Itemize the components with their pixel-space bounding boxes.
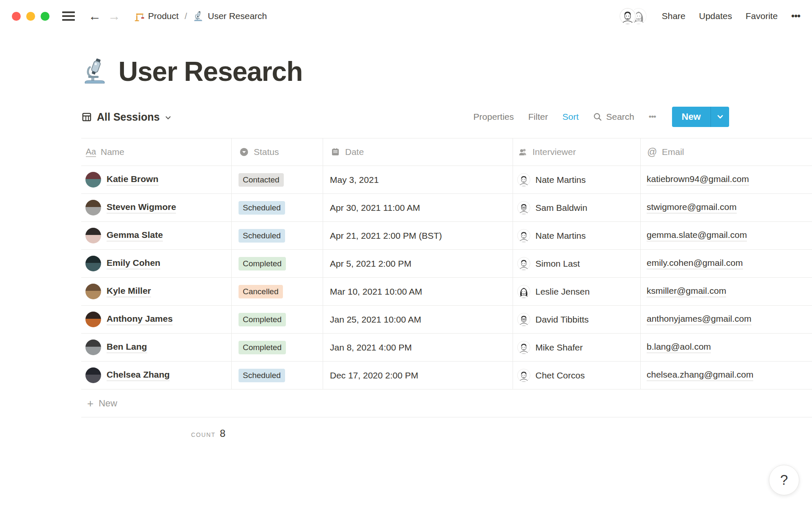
back-arrow-icon[interactable]: ← <box>88 10 101 22</box>
interviewer-cell[interactable]: Chet Corcos <box>513 362 640 389</box>
person-name-link[interactable]: Steven Wigmore <box>107 202 176 213</box>
new-split-button[interactable]: New <box>672 107 729 127</box>
status-cell[interactable]: Cancelled <box>231 278 323 305</box>
date-cell[interactable]: Jan 25, 2021 10:00 AM <box>323 306 513 333</box>
traffic-light-minimize[interactable] <box>26 12 35 21</box>
share-button[interactable]: Share <box>662 11 686 21</box>
person-name-link[interactable]: Kyle Miller <box>107 286 151 297</box>
page-microscope-icon[interactable] <box>81 58 109 86</box>
status-cell[interactable]: Scheduled <box>231 222 323 249</box>
name-cell[interactable]: Kyle Miller <box>81 278 231 305</box>
date-cell[interactable]: Dec 17, 2020 2:00 PM <box>323 362 513 389</box>
email-link[interactable]: gemma.slate@gmail.com <box>647 230 747 241</box>
person-name-link[interactable]: Katie Brown <box>107 174 159 185</box>
interviewer-cell[interactable]: David Tibbitts <box>513 306 640 333</box>
date-cell[interactable]: Mar 10, 2021 10:00 AM <box>323 278 513 305</box>
status-badge[interactable]: Cancelled <box>239 285 283 298</box>
status-badge[interactable]: Scheduled <box>239 369 285 382</box>
traffic-light-zoom[interactable] <box>41 12 49 21</box>
name-cell[interactable]: Ben Lang <box>81 334 231 361</box>
email-cell[interactable]: katiebrown94@gmail.com <box>640 166 812 193</box>
person-name-link[interactable]: Chelsea Zhang <box>107 370 170 381</box>
name-cell[interactable]: Katie Brown <box>81 166 231 193</box>
help-button[interactable]: ? <box>769 465 799 495</box>
person-name-link[interactable]: Emily Cohen <box>107 258 160 269</box>
person-name-link[interactable]: Ben Lang <box>107 342 147 353</box>
column-header-interviewer[interactable]: Interviewer <box>513 138 640 166</box>
interviewer-cell[interactable]: Nate Martins <box>513 222 640 249</box>
email-link[interactable]: ksmiller@gmail.com <box>647 286 726 297</box>
email-link[interactable]: katiebrown94@gmail.com <box>647 174 749 185</box>
status-badge[interactable]: Completed <box>239 313 286 326</box>
status-badge[interactable]: Completed <box>239 341 286 354</box>
status-cell[interactable]: Completed <box>231 334 323 361</box>
table-row: Chelsea ZhangScheduledDec 17, 2020 2:00 … <box>81 362 812 389</box>
name-cell[interactable]: Gemma Slate <box>81 222 231 249</box>
name-cell[interactable]: Steven Wigmore <box>81 194 231 221</box>
email-cell[interactable]: ksmiller@gmail.com <box>640 278 812 305</box>
name-cell[interactable]: Chelsea Zhang <box>81 362 231 389</box>
status-cell[interactable]: Completed <box>231 306 323 333</box>
interviewer-cell[interactable]: Simon Last <box>513 250 640 277</box>
count-row[interactable]: COUNT 8 <box>81 417 231 439</box>
collaborator-avatar[interactable] <box>620 8 636 24</box>
interviewer-cell[interactable]: Sam Baldwin <box>513 194 640 221</box>
sidebar-menu-icon[interactable] <box>62 11 75 21</box>
column-header-date[interactable]: Date <box>323 138 513 166</box>
breadcrumb-item-user-research[interactable]: User Research <box>193 11 267 22</box>
email-cell[interactable]: gemma.slate@gmail.com <box>640 222 812 249</box>
view-switcher[interactable]: All Sessions <box>81 111 172 123</box>
forward-arrow-icon[interactable]: → <box>108 10 121 22</box>
interviewer-cell[interactable]: Nate Martins <box>513 166 640 193</box>
properties-button[interactable]: Properties <box>473 112 514 122</box>
favorite-button[interactable]: Favorite <box>746 11 778 21</box>
date-cell[interactable]: Jan 8, 2021 4:00 PM <box>323 334 513 361</box>
status-badge[interactable]: Contacted <box>239 173 284 187</box>
person-name-link[interactable]: Anthony James <box>107 314 173 325</box>
status-badge[interactable]: Scheduled <box>239 201 285 215</box>
new-row-button[interactable]: + New <box>81 389 812 417</box>
name-cell[interactable]: Emily Cohen <box>81 250 231 277</box>
column-header-name[interactable]: AaName <box>81 138 231 166</box>
date-cell[interactable]: Apr 21, 2021 2:00 PM (BST) <box>323 222 513 249</box>
sort-button[interactable]: Sort <box>562 112 579 122</box>
new-button[interactable]: New <box>672 107 710 127</box>
email-link[interactable]: chelsea.zhang@gmail.com <box>647 370 753 381</box>
search-button[interactable]: Search <box>593 112 634 122</box>
email-cell[interactable]: anthonyjames@gmail.com <box>640 306 812 333</box>
email-cell[interactable]: emily.cohen@gmail.com <box>640 250 812 277</box>
email-cell[interactable]: stwigmore@gmail.com <box>640 194 812 221</box>
column-header-status[interactable]: Status <box>231 138 323 166</box>
status-badge[interactable]: Completed <box>239 257 286 271</box>
column-header-email[interactable]: @Email <box>640 138 812 166</box>
filter-button[interactable]: Filter <box>528 112 548 122</box>
email-link[interactable]: b.lang@aol.com <box>647 342 711 353</box>
name-cell[interactable]: Anthony James <box>81 306 231 333</box>
updates-button[interactable]: Updates <box>699 11 732 21</box>
status-cell[interactable]: Completed <box>231 250 323 277</box>
email-link[interactable]: anthonyjames@gmail.com <box>647 314 752 325</box>
status-cell[interactable]: Scheduled <box>231 194 323 221</box>
date-cell[interactable]: Apr 5, 2021 2:00 PM <box>323 250 513 277</box>
breadcrumb-item-product[interactable]: Product <box>133 11 178 22</box>
email-link[interactable]: emily.cohen@gmail.com <box>647 258 743 269</box>
view-more-options-icon[interactable]: ••• <box>649 112 656 121</box>
more-options-icon[interactable]: ••• <box>791 11 800 22</box>
status-badge[interactable]: Scheduled <box>239 229 285 243</box>
traffic-light-close[interactable] <box>12 12 21 21</box>
email-cell[interactable]: b.lang@aol.com <box>640 334 812 361</box>
collaborator-avatars[interactable] <box>620 8 647 24</box>
person-name-link[interactable]: Gemma Slate <box>107 230 163 241</box>
email-cell[interactable]: chelsea.zhang@gmail.com <box>640 362 812 389</box>
status-cell[interactable]: Scheduled <box>231 362 323 389</box>
email-link[interactable]: stwigmore@gmail.com <box>647 202 737 213</box>
interviewer-cell[interactable]: Mike Shafer <box>513 334 640 361</box>
status-cell[interactable]: Contacted <box>231 166 323 193</box>
date-cell[interactable]: Apr 30, 2021 11:00 AM <box>323 194 513 221</box>
page-title-row: User Research <box>81 56 812 87</box>
interviewer-cell[interactable]: Leslie Jensen <box>513 278 640 305</box>
date-cell[interactable]: May 3, 2021 <box>323 166 513 193</box>
new-dropdown-button[interactable] <box>710 107 729 127</box>
table-row: Ben LangCompletedJan 8, 2021 4:00 PMMike… <box>81 334 812 362</box>
page-title[interactable]: User Research <box>118 56 302 87</box>
